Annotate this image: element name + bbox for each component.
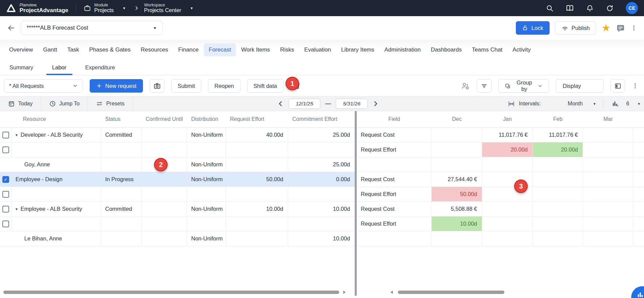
table-row-selected[interactable]: ✓ Employee - Design In Progress Non-Unif… — [0, 172, 355, 187]
back-arrow-icon[interactable] — [7, 24, 16, 32]
filter-button[interactable] — [477, 79, 492, 93]
value-cell-mar[interactable] — [583, 202, 633, 216]
more-options-kebab-icon[interactable] — [632, 82, 639, 90]
value-cell-mar[interactable] — [583, 217, 633, 231]
value-cell-feb[interactable] — [533, 172, 583, 187]
distribution-cell[interactable]: Non-Uniform — [187, 157, 226, 172]
interval-row[interactable]: Request Effort 10.00d — [357, 217, 644, 231]
request-effort-cell[interactable]: 10.00d — [226, 202, 288, 216]
tab-overview[interactable]: Overview — [4, 43, 38, 56]
table-row[interactable]: Le Bihan, Anne Non-Uniform 10.00d — [0, 231, 355, 246]
tab-activity[interactable]: Activity — [507, 43, 536, 56]
jump-to-button[interactable]: Jump To — [41, 97, 88, 111]
chevron-down-icon[interactable]: ▼ — [637, 102, 641, 106]
col-header-resource[interactable]: Resource — [11, 111, 101, 127]
confirmed-until-cell[interactable] — [142, 128, 187, 142]
table-row[interactable] — [0, 217, 355, 231]
commitment-effort-cell[interactable]: 10.00d — [288, 202, 355, 216]
value-cell-feb[interactable] — [533, 187, 583, 201]
distribution-cell[interactable]: Non-Uniform — [187, 231, 226, 246]
interval-row[interactable]: Request Effort 50.00d — [357, 187, 644, 202]
col-header-status[interactable]: Status — [101, 111, 142, 127]
row-checkbox[interactable] — [2, 221, 9, 227]
more-options-kebab-icon[interactable] — [631, 24, 637, 32]
tab-administration[interactable]: Administration — [379, 43, 426, 56]
start-date-input[interactable]: 12/1/25 — [289, 99, 320, 109]
search-icon[interactable] — [546, 4, 554, 12]
value-cell-dec-overallocated[interactable]: 50.00d — [432, 187, 482, 201]
module-selector[interactable]: Module Projects ▼ — [84, 3, 129, 13]
value-cell-dec[interactable]: 27,544.40 € — [432, 172, 482, 187]
resource-settings-icon[interactable] — [461, 81, 470, 91]
value-cell-dec[interactable] — [432, 128, 482, 142]
commitment-effort-cell[interactable]: 25.00d — [288, 128, 355, 142]
col-header-mar[interactable]: Mar — [583, 111, 633, 127]
value-cell-mar[interactable] — [583, 187, 633, 201]
table-row[interactable] — [0, 142, 355, 157]
value-cell-feb[interactable] — [533, 202, 583, 216]
row-checkbox[interactable] — [2, 132, 9, 138]
tab-phases-gates[interactable]: Phases & Gates — [84, 43, 136, 56]
value-cell-dec-ok[interactable]: 10.00d — [432, 217, 482, 231]
resource-name[interactable]: Goy, Anne — [0, 157, 101, 172]
col-header-distribution[interactable]: Distribution — [187, 111, 226, 127]
row-checkbox-checked[interactable]: ✓ — [2, 176, 9, 183]
project-title-dropdown[interactable]: ******ALB Forecast Cost ▼ — [21, 21, 163, 35]
request-effort-cell[interactable]: 40.00d — [226, 128, 288, 142]
col-header-field[interactable]: Field — [357, 111, 432, 127]
tab-work-items[interactable]: Work Items — [236, 43, 275, 56]
lock-button[interactable]: Lock — [516, 21, 550, 35]
interval-row[interactable]: Request Effort 20.00d 20.00d — [357, 142, 644, 157]
planview-logo[interactable]: Planview. ProjectAdvantage — [6, 3, 68, 13]
value-cell-mar[interactable] — [583, 142, 633, 157]
value-cell-feb-ok[interactable]: 20.00d — [533, 142, 583, 157]
col-header-dec[interactable]: Dec — [432, 111, 482, 127]
col-header-feb[interactable]: Feb — [533, 111, 583, 127]
value-cell-jan-overallocated[interactable]: 20.00d — [482, 142, 533, 157]
interval-row[interactable]: Request Cost 27,544.40 € — [357, 172, 644, 187]
row-checkbox[interactable] — [2, 206, 9, 212]
col-header-jan[interactable]: Jan — [482, 111, 533, 127]
display-button[interactable]: Display — [556, 79, 604, 93]
right-horizontal-scrollbar[interactable] — [398, 291, 504, 294]
value-cell-feb[interactable]: 11,017.76 € — [533, 128, 583, 142]
interval-row[interactable] — [357, 231, 644, 246]
distribution-cell[interactable]: Non-Uniform — [187, 128, 226, 142]
subtab-expenditure[interactable]: Expenditure — [76, 60, 124, 75]
distribution-cell[interactable]: Non-Uniform — [187, 202, 226, 216]
presets-button[interactable]: Presets — [88, 97, 133, 111]
collapse-caret-icon[interactable]: ▾ — [16, 207, 18, 211]
table-row[interactable]: ▾Employee - ALB Security Committed Non-U… — [0, 202, 355, 217]
favorite-star-icon[interactable]: ★ — [602, 23, 611, 33]
collapse-panel-button[interactable] — [610, 79, 625, 93]
new-request-button[interactable]: New request — [90, 79, 143, 93]
snapshot-camera-button[interactable] — [150, 79, 165, 93]
request-effort-cell[interactable]: 50.00d — [226, 172, 288, 187]
tab-finance[interactable]: Finance — [173, 43, 204, 56]
collapse-caret-icon[interactable]: ▾ — [16, 133, 18, 137]
col-header-confirmed-until[interactable]: Confirmed Until — [142, 111, 187, 127]
status-cell[interactable]: Committed — [101, 128, 142, 142]
col-header-request-effort[interactable]: Request Effort — [226, 111, 288, 127]
end-date-input[interactable]: 5/31/26 — [336, 99, 368, 109]
submit-button[interactable]: Submit — [171, 79, 201, 93]
interval-row[interactable]: Request Cost 5,508.88 € — [357, 202, 644, 217]
interval-row[interactable] — [357, 157, 644, 172]
commitment-effort-cell[interactable]: 25.00d — [288, 157, 355, 172]
commitment-effort-cell[interactable]: 0.00d — [288, 172, 355, 187]
table-row[interactable]: Goy, Anne Non-Uniform 25.00d — [0, 157, 355, 172]
value-cell-jan[interactable] — [482, 217, 533, 231]
tab-gantt[interactable]: Gantt — [38, 43, 62, 56]
scroll-left-arrow-icon[interactable] — [390, 291, 393, 294]
tab-library-items[interactable]: Library Items — [336, 43, 379, 56]
today-button[interactable]: Today — [0, 97, 41, 111]
value-cell-dec[interactable]: 5,508.88 € — [432, 202, 482, 216]
library-book-icon[interactable] — [566, 4, 574, 12]
tab-teams-chat[interactable]: Teams Chat — [467, 43, 507, 56]
interval-unit-dropdown[interactable]: Month — [568, 101, 583, 107]
previous-interval-chevron[interactable] — [277, 100, 284, 107]
panel-splitter[interactable] — [355, 111, 357, 296]
row-checkbox[interactable] — [2, 146, 9, 153]
tab-forecast[interactable]: Forecast — [204, 43, 236, 56]
resource-name[interactable]: Employee - Design — [11, 172, 101, 187]
